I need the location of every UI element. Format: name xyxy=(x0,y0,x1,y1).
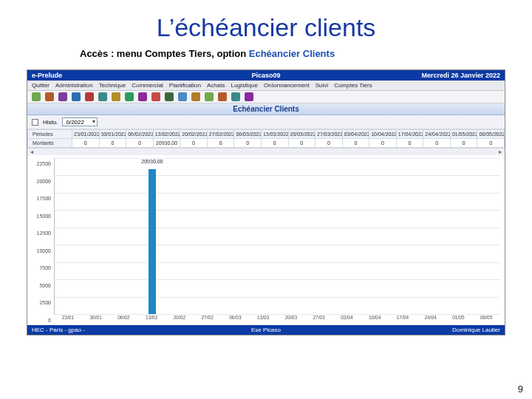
toolbar-icon[interactable] xyxy=(245,92,253,101)
gridline xyxy=(55,262,500,263)
x-tick-label: 13/03 xyxy=(257,315,269,320)
menu-item[interactable]: Logistique xyxy=(231,82,257,89)
toolbar-icon[interactable] xyxy=(125,92,134,101)
menu-item[interactable]: Administration xyxy=(55,82,93,89)
cell: 0 xyxy=(126,139,154,148)
cell: 0 xyxy=(234,139,262,148)
y-tick-label: 22500 xyxy=(27,161,51,166)
menu-item[interactable]: Quitter xyxy=(32,82,50,89)
table-row: Montants00020930,00000000000000 xyxy=(28,139,505,148)
menu-item[interactable]: Suivi xyxy=(316,82,328,89)
toolbar-icon[interactable] xyxy=(72,92,81,101)
access-line: Accès : menu Comptes Tiers, option Echéa… xyxy=(0,48,532,59)
toolbar-icon[interactable] xyxy=(231,92,240,101)
toolbar-icon[interactable] xyxy=(98,92,107,101)
menu-item[interactable]: Commercial xyxy=(132,82,163,89)
cell: 0 xyxy=(288,139,316,148)
app-menubar[interactable]: QuitterAdministrationTechniqueCommercial… xyxy=(27,81,505,91)
app-screenshot: e-Prelude Picaso09 Mercredi 26 Janvier 2… xyxy=(27,69,505,335)
toolbar-icon[interactable] xyxy=(178,92,187,101)
x-tick-label: 06/03 xyxy=(229,315,241,320)
menu-item[interactable]: Technique xyxy=(99,82,126,89)
x-tick-label: 24/04 xyxy=(424,315,436,320)
column-header: 17/04/2022 xyxy=(396,130,423,139)
page-number: 9 xyxy=(518,383,523,395)
app-name: e-Prelude xyxy=(32,72,186,79)
menu-item[interactable]: Planification xyxy=(169,82,201,89)
grid-scrollbar[interactable]: ◂ ▸ xyxy=(27,148,505,155)
gridline xyxy=(55,297,500,298)
toolbar-icon[interactable] xyxy=(32,92,41,101)
cell: 0 xyxy=(423,139,451,148)
status-left: HEC - Paris - gpao - xyxy=(32,327,186,333)
cell: 0 xyxy=(207,139,234,148)
data-grid-wrap: Périodes23/01/202230/01/202206/02/202213… xyxy=(27,129,505,155)
chart-plot: 20930,00 xyxy=(54,158,500,315)
column-header: 27/03/2022 xyxy=(316,130,343,139)
toolbar-icon[interactable] xyxy=(85,92,94,101)
column-header: 03/04/2022 xyxy=(342,130,369,139)
x-tick-label: 01/05 xyxy=(452,315,464,320)
toolbar-icon[interactable] xyxy=(45,92,54,101)
gridline xyxy=(55,228,500,228)
cell: 0 xyxy=(342,139,369,148)
y-tick-label: 0 xyxy=(27,318,51,323)
cell: 0 xyxy=(477,139,505,148)
x-tick-label: 03/04 xyxy=(341,315,352,320)
gridline xyxy=(55,210,500,211)
scroll-left-icon[interactable]: ◂ xyxy=(30,149,33,155)
cell: 0 xyxy=(72,139,100,148)
y-tick-label: 5000 xyxy=(27,282,51,287)
histo-label: Histo. xyxy=(43,119,58,126)
x-tick-label: 20/02 xyxy=(174,315,185,320)
gridline xyxy=(55,158,500,159)
menu-item[interactable]: Ordonnancement xyxy=(264,82,310,89)
y-tick-label: 7500 xyxy=(27,265,51,270)
column-header: 24/04/2022 xyxy=(423,130,451,139)
menu-item[interactable]: Comptes Tiers xyxy=(334,82,372,89)
toolbar-icon[interactable] xyxy=(165,92,174,101)
column-header: 01/05/2022 xyxy=(450,130,477,139)
x-tick-label: 27/03 xyxy=(313,315,324,320)
toolbar-icon[interactable] xyxy=(191,92,200,101)
gridline xyxy=(55,279,500,280)
column-header: 30/01/2022 xyxy=(99,130,126,139)
toolbar-icon[interactable] xyxy=(58,92,67,101)
app-date: Mercredi 26 Janvier 2022 xyxy=(346,72,500,79)
status-center: Ese Picaso xyxy=(186,327,346,333)
column-header: 08/05/2022 xyxy=(477,130,505,139)
scroll-right-icon[interactable]: ▸ xyxy=(499,149,502,155)
x-tick-label: 27/02 xyxy=(201,315,213,320)
toolbar-icon[interactable] xyxy=(112,92,120,101)
chart-bar xyxy=(149,169,156,314)
x-tick-label: 10/04 xyxy=(369,315,381,320)
gridline xyxy=(55,193,500,194)
cell: 0 xyxy=(450,139,477,148)
toolbar-icon[interactable] xyxy=(151,92,160,101)
row-label: Montants xyxy=(28,139,72,148)
menu-item[interactable]: Achats xyxy=(207,82,225,89)
access-prefix: Accès : menu xyxy=(80,48,145,59)
x-tick-label: 13/02 xyxy=(146,315,157,320)
app-toolbar[interactable] xyxy=(27,91,505,103)
data-grid: Périodes23/01/202230/01/202206/02/202213… xyxy=(27,129,505,148)
chart: 0250050007500100001250015000175002000022… xyxy=(27,155,505,325)
panel-controls: Histo. 0/2022 xyxy=(27,115,505,129)
bar-value-label: 20930,00 xyxy=(141,159,163,164)
toolbar-icon[interactable] xyxy=(205,92,214,101)
panel-title: Echéancier Clients xyxy=(27,103,505,115)
toolbar-icon[interactable] xyxy=(138,92,147,101)
x-tick-label: 08/05 xyxy=(480,315,492,320)
cell: 0 xyxy=(99,139,126,148)
histo-checkbox[interactable] xyxy=(32,119,38,126)
x-tick-label: 20/03 xyxy=(285,315,297,320)
toolbar-icon[interactable] xyxy=(218,92,227,101)
y-tick-label: 10000 xyxy=(27,248,51,253)
access-middle: , option xyxy=(211,48,249,59)
cell: 0 xyxy=(369,139,397,148)
status-right: Dominique Lautier xyxy=(346,327,500,333)
app-titlebar: e-Prelude Picaso09 Mercredi 26 Janvier 2… xyxy=(27,70,505,81)
app-statusbar: HEC - Paris - gpao - Ese Picaso Dominiqu… xyxy=(27,325,505,335)
period-combo[interactable]: 0/2022 xyxy=(62,117,98,126)
column-header: 23/01/2022 xyxy=(72,130,100,139)
